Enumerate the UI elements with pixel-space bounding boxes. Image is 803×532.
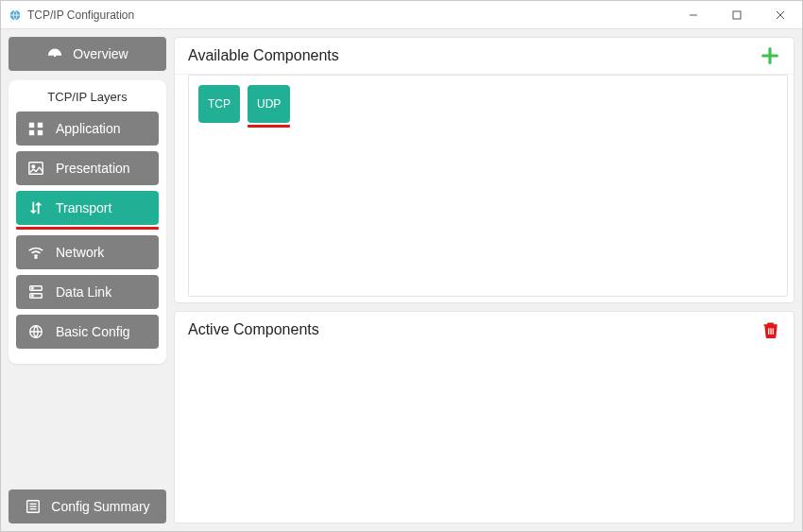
component-item: TCP	[198, 85, 240, 123]
list-icon	[25, 498, 42, 515]
active-components-panel: Active Components	[174, 311, 794, 523]
transfer-icon	[27, 199, 44, 216]
main: Available Components TCP	[174, 29, 802, 531]
app-icon	[9, 9, 22, 22]
window-controls	[672, 1, 802, 29]
delete-component-button[interactable]	[761, 320, 780, 339]
close-button[interactable]	[759, 1, 802, 29]
layer-application[interactable]: Application	[16, 112, 159, 146]
layer-transport[interactable]: Transport	[16, 191, 159, 225]
layer-label: Data Link	[56, 284, 111, 300]
available-components-panel: Available Components TCP	[174, 37, 794, 303]
svg-rect-26	[770, 328, 771, 335]
annotation-underline	[16, 227, 159, 230]
layers-card: TCP/IP Layers Application Presentation	[9, 80, 166, 364]
component-item: UDP	[248, 85, 290, 128]
svg-rect-10	[38, 130, 43, 135]
layer-datalink[interactable]: Data Link	[16, 275, 159, 309]
maximize-button[interactable]	[715, 1, 759, 29]
overview-label: Overview	[73, 46, 128, 61]
svg-point-12	[32, 165, 35, 168]
svg-rect-9	[29, 130, 34, 135]
body: Overview TCP/IP Layers Application Prese…	[1, 29, 802, 531]
active-components-body	[175, 348, 794, 523]
panel-header: Available Components	[175, 38, 794, 74]
component-udp[interactable]: UDP	[248, 85, 290, 123]
add-component-button[interactable]	[760, 45, 780, 66]
component-label: UDP	[257, 97, 281, 111]
available-components-title: Available Components	[188, 47, 339, 64]
layer-label: Network	[56, 245, 104, 260]
config-summary-button[interactable]: Config Summary	[9, 489, 166, 523]
layers-title: TCP/IP Layers	[16, 90, 159, 104]
titlebar: TCP/IP Configuration	[1, 1, 802, 29]
layer-label: Transport	[56, 200, 111, 215]
svg-point-16	[32, 287, 33, 288]
minimize-button[interactable]	[672, 1, 715, 29]
svg-rect-2	[733, 11, 741, 19]
component-label: TCP	[208, 97, 231, 111]
svg-rect-8	[38, 123, 43, 128]
active-components-title: Active Components	[188, 321, 319, 338]
server-icon	[27, 283, 44, 300]
layer-label: Presentation	[56, 161, 130, 176]
overview-button[interactable]: Overview	[9, 37, 166, 71]
layer-basic-config[interactable]: Basic Config	[16, 315, 159, 349]
panel-header: Active Components	[175, 312, 794, 348]
globe-icon	[27, 323, 44, 340]
wifi-icon	[27, 244, 44, 261]
app-window: TCP/IP Configuration Overview TCP/IP	[0, 0, 803, 532]
layer-label: Application	[56, 121, 121, 136]
sidebar: Overview TCP/IP Layers Application Prese…	[1, 29, 174, 531]
component-tcp[interactable]: TCP	[198, 85, 240, 123]
svg-rect-27	[773, 328, 774, 335]
window-title: TCP/IP Configuration	[27, 9, 134, 22]
svg-rect-7	[29, 123, 34, 128]
available-components-list[interactable]: TCP UDP	[188, 75, 788, 297]
svg-rect-25	[768, 328, 769, 335]
grid-icon	[27, 120, 44, 137]
annotation-underline	[248, 125, 290, 128]
panel-body: TCP UDP	[175, 74, 794, 302]
layer-network[interactable]: Network	[16, 235, 159, 269]
config-summary-label: Config Summary	[51, 499, 149, 514]
dashboard-icon	[46, 45, 63, 62]
layer-label: Basic Config	[56, 324, 130, 339]
svg-point-13	[35, 257, 37, 259]
sidebar-spacer	[9, 364, 166, 489]
svg-point-17	[32, 295, 33, 296]
layer-presentation[interactable]: Presentation	[16, 151, 159, 185]
image-icon	[27, 160, 44, 177]
